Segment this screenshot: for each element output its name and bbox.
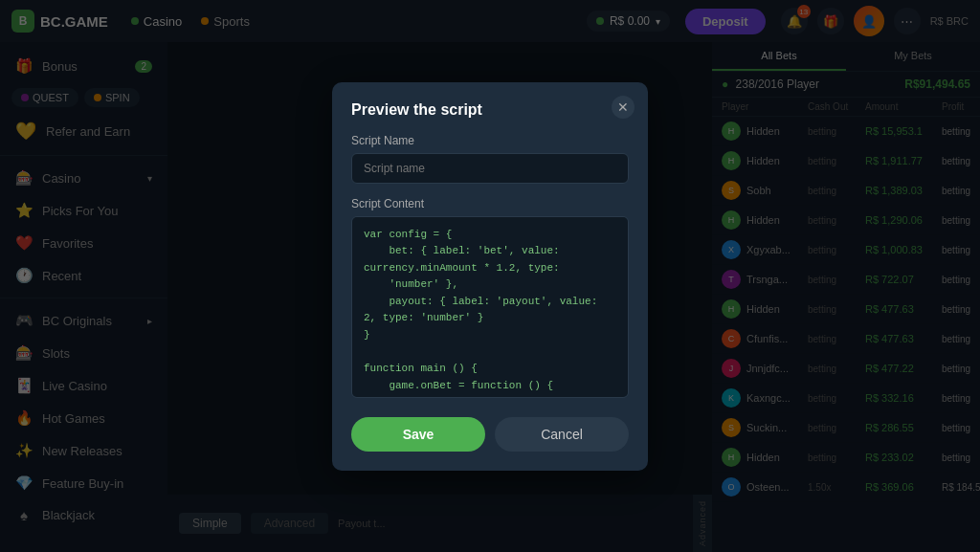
script-name-label: Script Name bbox=[351, 134, 629, 147]
script-preview-modal: Preview the script ✕ Script Name Script … bbox=[332, 82, 648, 471]
modal-overlay: Preview the script ✕ Script Name Script … bbox=[0, 0, 980, 552]
script-content-label: Script Content bbox=[351, 197, 629, 210]
modal-footer: Save Cancel bbox=[351, 417, 629, 452]
script-name-input[interactable] bbox=[351, 153, 629, 184]
modal-title: Preview the script bbox=[351, 101, 629, 119]
modal-close-button[interactable]: ✕ bbox=[612, 96, 635, 119]
cancel-button[interactable]: Cancel bbox=[495, 417, 629, 452]
script-content-input[interactable] bbox=[351, 216, 629, 398]
save-button[interactable]: Save bbox=[351, 417, 485, 452]
